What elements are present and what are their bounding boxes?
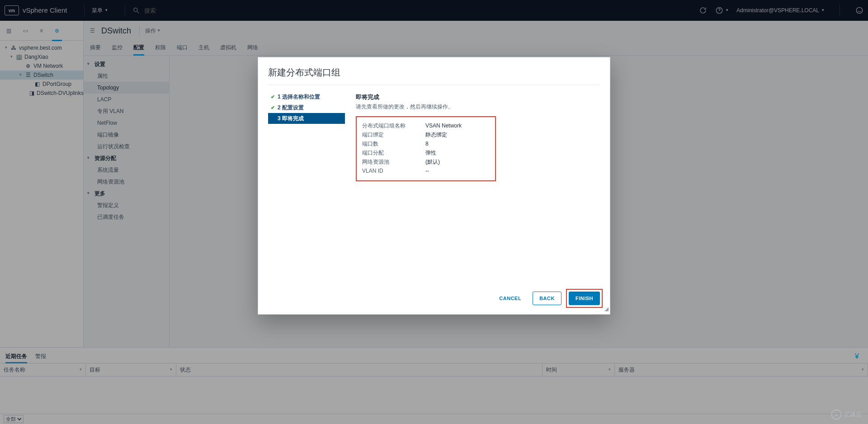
- summary-key: 网络资源池: [362, 158, 425, 167]
- new-portgroup-wizard: 新建分布式端口组 ✔1 选择名称和位置 ✔2 配置设置 ✔3 即将完成 即将完成…: [258, 57, 610, 315]
- watermark-icon: ∞: [831, 410, 841, 419]
- summary-key: 端口数: [362, 140, 425, 149]
- modal-title: 新建分布式端口组: [258, 57, 610, 85]
- step-label: 2 配置设置: [278, 104, 304, 112]
- wizard-step-2[interactable]: ✔2 配置设置: [268, 102, 345, 113]
- finish-button[interactable]: FINISH: [569, 292, 600, 305]
- check-icon: ✔: [271, 93, 275, 101]
- summary-value: 8: [425, 140, 429, 149]
- summary-row: 端口绑定静态绑定: [362, 131, 490, 140]
- watermark-text: 亿速云: [844, 410, 862, 419]
- summary-key: 端口分配: [362, 149, 425, 158]
- modal-footer: CANCEL BACK FINISH ◢: [258, 283, 610, 314]
- summary-row: VLAN ID--: [362, 167, 490, 176]
- cancel-button[interactable]: CANCEL: [492, 292, 528, 305]
- summary-key: 分布式端口组名称: [362, 122, 425, 131]
- check-icon: ✔: [271, 104, 275, 112]
- back-button[interactable]: BACK: [533, 292, 561, 305]
- summary-key: VLAN ID: [362, 167, 425, 176]
- pane-hint: 请先查看所做的更改，然后再继续操作。: [356, 103, 600, 111]
- resize-handle-icon[interactable]: ◢: [604, 305, 609, 313]
- summary-value: 弹性: [425, 149, 436, 158]
- summary-row: 端口数8: [362, 140, 490, 149]
- wizard-step-1[interactable]: ✔1 选择名称和位置: [268, 91, 345, 102]
- wizard-steps: ✔1 选择名称和位置 ✔2 配置设置 ✔3 即将完成: [268, 91, 345, 283]
- summary-box: 分布式端口组名称VSAN Network 端口绑定静态绑定 端口数8 端口分配弹…: [356, 116, 496, 181]
- step-label: 1 选择名称和位置: [278, 93, 320, 101]
- wizard-step-3[interactable]: ✔3 即将完成: [268, 113, 345, 124]
- summary-row: 网络资源池(默认): [362, 158, 490, 167]
- summary-value: --: [425, 167, 429, 176]
- wizard-pane: 即将完成 请先查看所做的更改，然后再继续操作。 分布式端口组名称VSAN Net…: [356, 91, 600, 283]
- summary-row: 端口分配弹性: [362, 149, 490, 158]
- summary-row: 分布式端口组名称VSAN Network: [362, 122, 490, 131]
- summary-value: VSAN Network: [425, 122, 462, 131]
- summary-value: 静态绑定: [425, 131, 447, 140]
- modal-body: ✔1 选择名称和位置 ✔2 配置设置 ✔3 即将完成 即将完成 请先查看所做的更…: [258, 85, 610, 283]
- step-label: 3 即将完成: [278, 114, 304, 122]
- summary-key: 端口绑定: [362, 131, 425, 140]
- summary-value: (默认): [425, 158, 440, 167]
- watermark: ∞ 亿速云: [831, 410, 862, 419]
- pane-title: 即将完成: [356, 93, 600, 102]
- finish-highlight: FINISH: [566, 289, 603, 308]
